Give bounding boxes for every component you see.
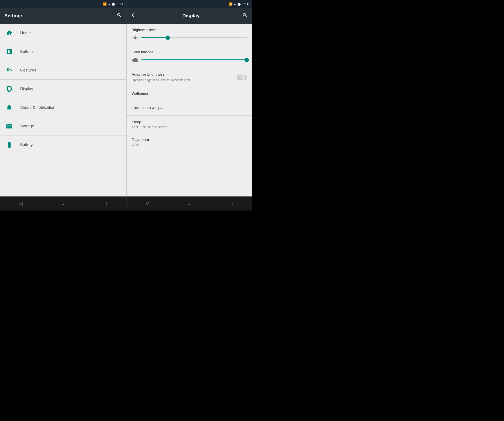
sleep-subtitle: After 1 minute of inactivity (132, 125, 247, 129)
battery-icon (4, 140, 14, 150)
battery-icon-right: ⬤ (238, 2, 241, 6)
brightness-slider-icon (132, 34, 139, 41)
brightness-slider-row[interactable] (132, 34, 247, 44)
battery-label: Battery (20, 142, 33, 147)
brightness-section: Brightness level (126, 24, 252, 46)
lockscreen-title: Lockscreen wallpaper (132, 106, 247, 110)
svg-text:B: B (8, 50, 11, 53)
color-balance-icon (132, 56, 139, 63)
color-balance-slider[interactable] (141, 57, 247, 63)
home-label: Home (20, 31, 31, 35)
brightness-title: Brightness level (132, 28, 247, 32)
right-panel: 📶 ▲ ⬤ 9:14 Display Brightness level (126, 0, 252, 210)
vibrate-icon-right: 📶 (229, 2, 233, 6)
search-icon-left[interactable] (117, 12, 122, 19)
wallpaper-item[interactable]: Wallpaper (126, 87, 252, 101)
adaptive-toggle[interactable] (237, 75, 247, 80)
storage-icon (4, 121, 14, 131)
status-bar-right: 📶 ▲ ⬤ 9:14 (126, 0, 252, 8)
settings-item-sound[interactable]: Sound & notification (0, 98, 126, 117)
adaptive-text: Adaptive brightness Optimize brightness … (132, 72, 237, 82)
adaptive-brightness-row[interactable]: Adaptive brightness Optimize brightness … (126, 68, 252, 87)
vibrate-icon: 📶 (103, 2, 107, 6)
back-nav-right[interactable]: ◁ (141, 199, 154, 208)
color-balance-slider-row[interactable] (132, 56, 247, 66)
color-balance-title: Color balance (132, 50, 247, 54)
settings-list: Home B Buttons Gestures Display (0, 24, 126, 196)
wallpaper-title: Wallpaper (132, 91, 247, 96)
display-title: Display (140, 13, 242, 19)
status-icons-left: 📶 ▲ ⬤ (103, 2, 115, 6)
back-icon-right[interactable] (131, 12, 136, 19)
gestures-icon (4, 65, 14, 75)
time-left: 9:13 (117, 2, 123, 6)
display-icon (4, 84, 14, 94)
svg-point-2 (7, 68, 9, 70)
brightness-slider[interactable] (141, 35, 247, 40)
adaptive-subtitle: Optimize brightness level for available … (132, 78, 233, 82)
signal-icon-right: ▲ (234, 2, 236, 6)
back-nav-left[interactable]: ◁ (14, 199, 28, 208)
time-right: 9:14 (243, 2, 248, 6)
daydream-item[interactable]: Daydream Clock (126, 133, 252, 151)
sound-icon (4, 103, 14, 112)
home-nav-right[interactable]: ○ (183, 199, 196, 208)
search-icon-right[interactable] (242, 12, 248, 19)
toggle-thumb (241, 75, 246, 80)
nav-bar-right: ◁ ○ □ (126, 196, 252, 210)
gestures-label: Gestures (20, 68, 36, 73)
app-bar-left: Settings (0, 8, 126, 24)
settings-item-battery[interactable]: Battery (0, 135, 126, 154)
buttons-icon: B (4, 47, 14, 56)
home-nav-left[interactable]: ○ (56, 199, 70, 208)
recents-nav-left[interactable]: □ (99, 199, 112, 208)
home-icon (4, 28, 14, 38)
sound-label: Sound & notification (20, 105, 55, 110)
recents-nav-right[interactable]: □ (225, 199, 238, 208)
display-list: Brightness level Color balance (126, 24, 252, 196)
color-balance-section: Color balance (126, 46, 252, 68)
signal-icon: ▲ (108, 2, 111, 6)
sleep-title: Sleep (132, 120, 247, 124)
storage-label: Storage (20, 124, 34, 129)
display-label: Display (20, 87, 33, 91)
app-bar-right: Display (126, 8, 252, 24)
settings-item-gestures[interactable]: Gestures (0, 61, 126, 80)
settings-item-display[interactable]: Display (0, 80, 126, 98)
daydream-subtitle: Clock (132, 143, 247, 146)
settings-item-home[interactable]: Home (0, 24, 126, 42)
status-icons-right: 📶 ▲ ⬤ (229, 2, 241, 6)
settings-item-buttons[interactable]: B Buttons (0, 42, 126, 61)
nav-bar-left: ◁ ○ □ (0, 196, 126, 210)
sleep-item[interactable]: Sleep After 1 minute of inactivity (126, 116, 252, 133)
daydream-title: Daydream (132, 138, 247, 142)
app-title-left: Settings (4, 13, 117, 19)
buttons-label: Buttons (20, 49, 34, 54)
left-panel: 📶 ▲ ⬤ 9:13 Settings Home B (0, 0, 126, 210)
lockscreen-wallpaper-item[interactable]: Lockscreen wallpaper (126, 101, 252, 116)
adaptive-title: Adaptive brightness (132, 72, 233, 77)
battery-icon-left: ⬤ (112, 2, 115, 6)
status-bar-left: 📶 ▲ ⬤ 9:13 (0, 0, 126, 8)
settings-item-storage[interactable]: Storage (0, 117, 126, 135)
